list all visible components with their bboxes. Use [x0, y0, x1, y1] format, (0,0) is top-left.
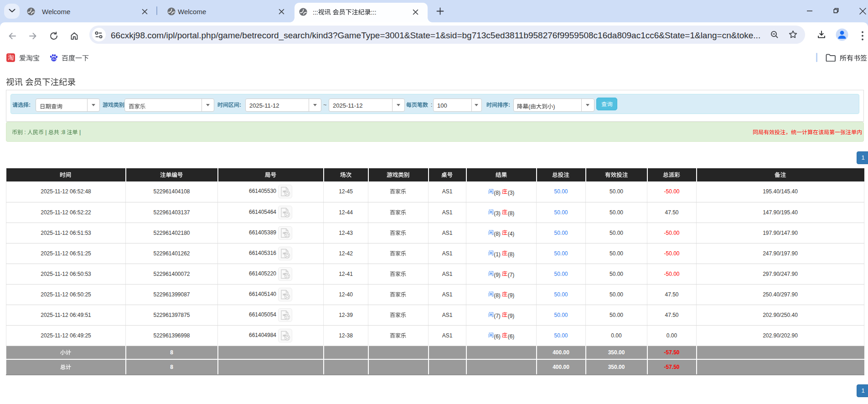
svg-text:): ): [553, 103, 555, 109]
svg-text::::: :::: [371, 9, 377, 16]
svg-text::8: :8: [59, 129, 67, 135]
svg-text::: :: [29, 102, 31, 108]
svg-text::: :: [23, 129, 27, 135]
svg-text::::: :::: [313, 9, 318, 16]
svg-text::: :: [508, 102, 510, 108]
svg-text:|: |: [78, 129, 81, 135]
svg-text:du: du: [52, 57, 56, 61]
svg-text:(: (: [528, 103, 531, 109]
svg-text::: :: [431, 102, 432, 108]
svg-text:~: ~: [323, 102, 327, 109]
svg-text::: :: [239, 102, 241, 108]
svg-text:|: |: [44, 129, 48, 135]
